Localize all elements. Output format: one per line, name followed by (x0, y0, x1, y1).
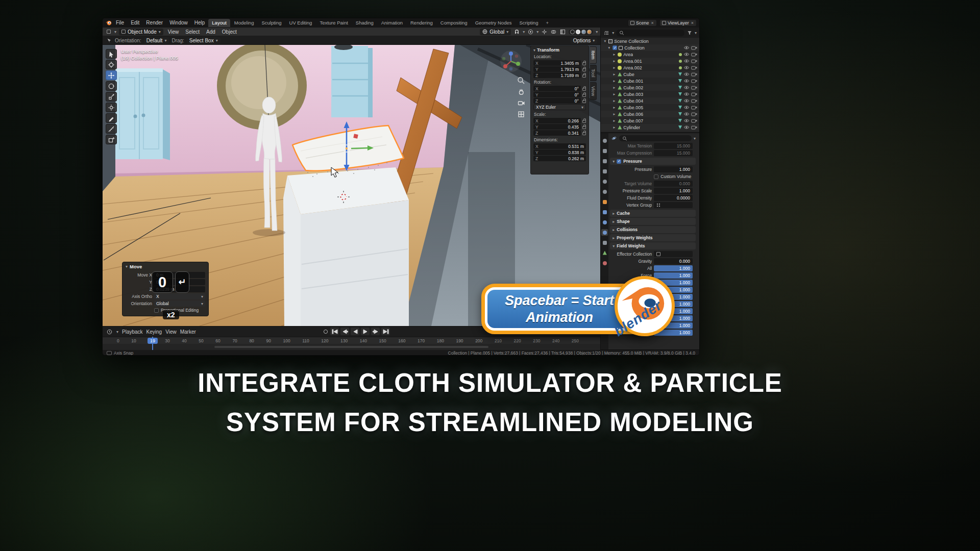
render-camera-icon[interactable] (691, 45, 697, 50)
scale-y-field[interactable]: Y0.435 (533, 124, 581, 130)
workspace-tab-animation[interactable]: Animation (378, 19, 406, 27)
pan-hand-icon[interactable] (517, 88, 525, 97)
mode-dropdown[interactable]: Object Mode ▾ (119, 29, 163, 35)
ortho-grid-icon[interactable] (517, 110, 525, 119)
dimensions-x-field[interactable]: X0.531 m (533, 143, 586, 149)
render-camera-icon[interactable] (691, 79, 697, 83)
rotation-x-field[interactable]: X0° (533, 86, 581, 91)
scene-selector[interactable]: Scene × (628, 19, 657, 27)
viewlayer-selector[interactable]: ViewLayer × (659, 19, 697, 27)
menu-keying[interactable]: Keying (146, 329, 162, 335)
outliner-row-cube-004[interactable]: ▸Cube.004 (601, 97, 699, 104)
timeline-editor-dropdown[interactable]: ▾ (116, 330, 118, 334)
xray-toggle-icon[interactable] (559, 29, 566, 35)
workspace-tab-texture-paint[interactable]: Texture Paint (316, 19, 351, 27)
custom-volume-checkbox[interactable] (654, 174, 658, 179)
outliner-row-cube-005[interactable]: ▸Cube.005 (601, 104, 699, 111)
render-camera-icon[interactable] (691, 118, 697, 123)
property-weights-section-header[interactable]: ▸Property Weights (610, 234, 696, 241)
outliner-display-dropdown[interactable]: ▾ (612, 31, 614, 35)
collection-checkbox[interactable] (612, 45, 617, 50)
scale-z-field[interactable]: Z0.341 (533, 130, 581, 136)
fluid-density-field[interactable]: 0.0000 (654, 195, 693, 201)
render-camera-icon[interactable] (691, 72, 697, 77)
play-reverse-button[interactable] (351, 328, 359, 335)
shelf-object[interactable] (331, 45, 373, 117)
hide-eye-icon[interactable] (683, 112, 690, 116)
render-camera-icon[interactable] (691, 65, 697, 70)
menu-file[interactable]: File (113, 18, 127, 28)
outliner-row-cube-007[interactable]: ▸Cube.007 (601, 117, 699, 124)
dimensions-y-field[interactable]: Y0.838 m (533, 149, 586, 155)
object-data-properties-tab[interactable] (601, 249, 608, 256)
active-tool-icon[interactable] (106, 37, 112, 44)
material-properties-tab[interactable] (601, 260, 608, 266)
scene-properties-tab[interactable] (601, 178, 608, 185)
shading-dropdown[interactable]: ▾ (596, 30, 598, 34)
tool-properties-tab[interactable] (601, 137, 608, 144)
snap-magnet-icon[interactable] (513, 29, 520, 35)
render-camera-icon[interactable] (691, 85, 697, 90)
hide-eye-icon[interactable] (683, 125, 690, 130)
prop-row-pressure-scale[interactable]: Pressure Scale1.000 (609, 187, 698, 194)
hide-eye-icon[interactable] (683, 118, 690, 123)
hide-eye-icon[interactable] (683, 85, 690, 90)
menu-add[interactable]: Add (204, 29, 217, 35)
scene-unlink-icon[interactable]: × (651, 20, 654, 26)
outliner-row-cube-003[interactable]: ▸Cube.003 (601, 91, 699, 97)
editor-type-dropdown[interactable]: ▾ (114, 30, 116, 34)
menu-help[interactable]: Help (191, 18, 208, 28)
proportional-editing-icon[interactable] (527, 29, 534, 35)
timeline-editor-icon[interactable] (106, 329, 113, 335)
lock-icon[interactable] (582, 62, 586, 65)
menu-marker[interactable]: Marker (180, 329, 196, 335)
target-volume-field[interactable]: 0.000 (654, 181, 693, 187)
render-camera-icon[interactable] (691, 98, 697, 103)
select-box-tool[interactable] (106, 49, 117, 59)
current-frame-indicator[interactable]: 19 (148, 338, 158, 344)
jump-to-start-button[interactable] (330, 328, 339, 335)
prop-row-target-volume[interactable]: Target Volume0.000 (609, 180, 698, 187)
lock-icon[interactable] (582, 94, 586, 97)
render-camera-icon[interactable] (691, 52, 697, 57)
lock-icon[interactable] (582, 74, 586, 78)
menu-view[interactable]: View (166, 29, 181, 35)
scale-tool[interactable] (106, 92, 117, 102)
scale-x-field[interactable]: X0.266 (533, 118, 581, 123)
bed-object[interactable] (283, 167, 409, 326)
lock-icon[interactable] (582, 120, 586, 123)
menu-playback[interactable]: Playback (122, 329, 143, 335)
pressure-field[interactable]: 1.000 (654, 166, 693, 172)
filter-icon[interactable] (687, 31, 693, 35)
output-properties-tab[interactable] (601, 158, 608, 164)
workspace-tab-scripting[interactable]: Scripting (516, 19, 542, 27)
prop-row-max-tension[interactable]: Max Tension15.000 (609, 142, 698, 149)
pressure-section-header[interactable]: ▾Pressure (610, 158, 696, 165)
overlays-icon[interactable] (550, 29, 557, 35)
hide-eye-icon[interactable] (683, 59, 690, 63)
proportional-editing-checkbox[interactable] (154, 308, 159, 313)
prop-row-effector-collection[interactable]: Effector Collection (609, 251, 698, 258)
physics-properties-tab[interactable] (601, 229, 608, 236)
add-primitive-tool[interactable] (106, 135, 117, 144)
wardrobe-object[interactable] (115, 68, 170, 160)
workspace-tab-layout[interactable]: Layout (208, 19, 230, 27)
constraints-properties-tab[interactable] (601, 239, 608, 246)
hide-eye-icon[interactable] (683, 79, 690, 83)
annotate-tool[interactable] (106, 113, 117, 123)
force-slider[interactable]: 1.000 (654, 272, 693, 279)
prop-row-custom-volume[interactable]: Custom Volume (609, 173, 698, 180)
prop-row-max-compression[interactable]: Max Compression15.000 (609, 149, 698, 157)
menu-view-timeline[interactable]: View (165, 329, 177, 335)
workspace-tab-uv-editing[interactable]: UV Editing (286, 19, 316, 27)
menu-render[interactable]: Render (143, 18, 166, 28)
vertex-group-picker[interactable] (654, 202, 693, 208)
collisions-section-header[interactable]: ▸Collisions (610, 226, 696, 233)
shading-material-button[interactable] (581, 30, 586, 34)
lock-icon[interactable] (582, 132, 586, 135)
move-panel-header[interactable]: ▾Move (122, 262, 208, 271)
all-slider[interactable]: 1.000 (654, 265, 693, 271)
move-tool[interactable] (106, 70, 117, 80)
menu-object[interactable]: Object (220, 29, 239, 35)
gizmos-icon[interactable] (541, 29, 548, 35)
